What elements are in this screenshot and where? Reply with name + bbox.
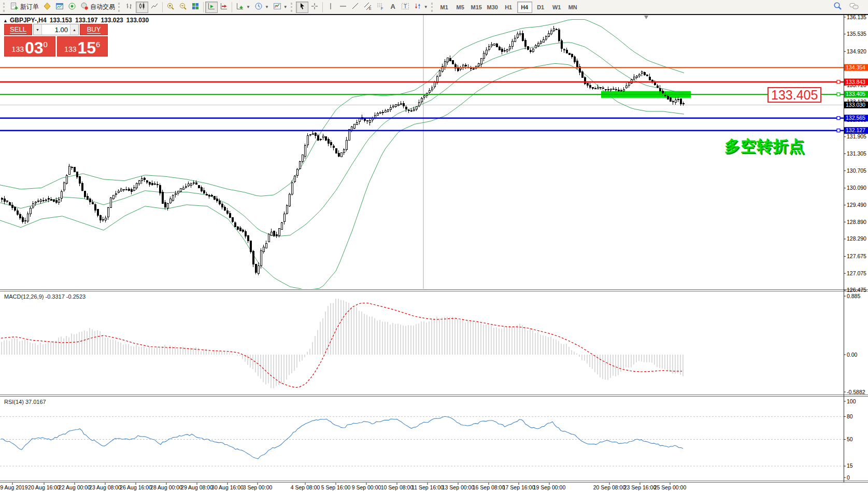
cursor-icon [298, 2, 306, 12]
autoscroll-button[interactable] [205, 2, 218, 13]
zoom-in-button[interactable] [164, 2, 177, 13]
sell-button[interactable]: SELL [4, 24, 32, 35]
timeframe-d1[interactable]: D1 [533, 2, 548, 13]
market-button[interactable] [41, 2, 53, 13]
svg-text:135.535: 135.535 [847, 31, 866, 37]
search-icon[interactable] [833, 2, 842, 12]
svg-text:130.705: 130.705 [847, 167, 866, 174]
svg-text:132.127: 132.127 [846, 127, 865, 133]
signals-button[interactable] [66, 2, 78, 13]
svg-text:0: 0 [847, 474, 850, 481]
price-axis[interactable]: 136.135135.535134.920134.335133.720133.1… [844, 15, 868, 293]
zoom-in-icon [166, 2, 175, 12]
new-chart-button[interactable] [53, 2, 66, 13]
chart-shift-button[interactable] [218, 2, 230, 13]
timeframe-group: M1M5M15M30H1H4D1W1MN [436, 2, 581, 13]
svg-text:23 Sep 16:00: 23 Sep 16:00 [624, 484, 657, 490]
horizontal-line-icon [339, 2, 347, 12]
chart-canvas[interactable]: 136.135135.535134.920134.335133.720133.1… [0, 15, 868, 491]
dropdown-caret-icon: ▼ [246, 5, 250, 9]
periods-button[interactable]: ▼ [252, 2, 271, 13]
timeframe-w1[interactable]: W1 [549, 2, 564, 13]
zoom-out-button[interactable] [177, 2, 189, 13]
new-chart-icon [55, 2, 64, 12]
text-tool-button[interactable]: A [387, 2, 399, 13]
rsi-indicator-label: RSI(14) 37.0167 [4, 399, 46, 405]
tile-windows-button[interactable] [189, 2, 202, 13]
svg-text:3 Sep 00:00: 3 Sep 00:00 [243, 484, 273, 490]
chat-icon[interactable] [849, 2, 860, 12]
chart-window[interactable]: 136.135135.535134.920134.335133.720133.1… [0, 15, 868, 491]
line-handle-icon[interactable] [837, 117, 840, 120]
candlestick-series[interactable] [1, 26, 684, 275]
line-handle-icon[interactable] [837, 80, 840, 83]
volume-spinner: ▼ ▲ [33, 24, 79, 35]
sell-price-tile[interactable]: 133030 [4, 36, 55, 57]
svg-text:F: F [381, 7, 383, 10]
arrows-tool-button[interactable]: ▼ [411, 2, 430, 13]
fibonacci-tool-button[interactable]: F [374, 2, 387, 13]
macd-indicator-label: MACD(12,26,9) -0.3317 -0.2523 [4, 293, 86, 300]
volume-input[interactable] [42, 24, 70, 35]
bar-chart-button[interactable] [123, 2, 136, 13]
volume-decrease-button[interactable]: ▼ [34, 24, 42, 35]
price-axis-label: 133.030 [844, 102, 868, 108]
autotrading-button[interactable]: 自动交易 [78, 2, 117, 13]
horizontal-line-tool-button[interactable] [337, 2, 349, 13]
new-order-button[interactable]: 新订单 [8, 2, 41, 13]
candlestick-chart-button[interactable] [136, 2, 148, 13]
templates-button[interactable]: ▼ [271, 2, 290, 13]
indicators-icon [236, 2, 244, 12]
svg-text:-0.5882: -0.5882 [847, 389, 865, 395]
timeframe-m30[interactable]: M30 [485, 2, 500, 13]
chart-shift-marker-icon[interactable] [644, 16, 648, 19]
turning-point-annotation[interactable]: 多空转折点 [724, 136, 805, 157]
channel-tool-button[interactable]: E [362, 2, 374, 13]
price-axis-label: 134.354 [844, 64, 868, 71]
volume-increase-button[interactable]: ▲ [70, 24, 78, 35]
time-axis[interactable]: 19 Aug 201920 Aug 16:0022 Aug 00:0023 Au… [0, 483, 686, 490]
crosshair-tool-button[interactable] [308, 2, 321, 13]
macd-axis[interactable]: 0.8850.00-0.5882 [844, 293, 865, 395]
svg-text:133.843: 133.843 [846, 79, 865, 85]
sell-price-pips: 03 [25, 40, 44, 55]
indicators-button[interactable]: ▼ [234, 2, 252, 13]
svg-text:129.490: 129.490 [847, 202, 866, 208]
trendline-tool-button[interactable] [349, 2, 362, 13]
line-chart-button[interactable] [148, 2, 161, 13]
text-label-tool-button[interactable]: T [399, 2, 411, 13]
timeframe-m1[interactable]: M1 [437, 2, 452, 13]
bollinger-lower-band [0, 63, 684, 289]
line-handle-icon[interactable] [837, 129, 840, 132]
symbol-period-label: GBPJPY-,H4 [10, 17, 47, 24]
svg-text:134.354: 134.354 [846, 64, 865, 71]
timeframe-m5[interactable]: M5 [453, 2, 468, 13]
svg-text:131.305: 131.305 [847, 150, 866, 157]
buy-price-tile[interactable]: 133156 [57, 36, 108, 57]
main-price-pane[interactable] [0, 15, 844, 289]
rsi-pane[interactable] [0, 416, 844, 466]
timeframe-h1[interactable]: H1 [501, 2, 516, 13]
vertical-line-icon [326, 2, 335, 12]
sell-price-point: 0 [44, 40, 48, 49]
rsi-axis[interactable]: 1008050150 [844, 398, 856, 481]
svg-text:20 Aug 16:00: 20 Aug 16:00 [28, 484, 60, 490]
price-callout[interactable]: 133.405 [767, 87, 821, 103]
line-chart-icon [150, 2, 159, 12]
line-handle-icon[interactable] [837, 93, 840, 96]
timeframe-mn[interactable]: MN [565, 2, 580, 13]
macd-pane[interactable] [1, 299, 683, 388]
timeframe-h4[interactable]: H4 [517, 2, 532, 13]
dropdown-caret-icon: ▼ [283, 5, 288, 9]
svg-text:23 Aug 08:00: 23 Aug 08:00 [89, 484, 121, 490]
panel-collapse-icon[interactable]: ▲ [3, 18, 8, 23]
timeframe-m15[interactable]: M15 [469, 2, 484, 13]
buy-button[interactable]: BUY [80, 24, 108, 35]
svg-text:15: 15 [847, 462, 853, 469]
low-value: 133.023 [101, 17, 123, 24]
cursor-tool-button[interactable] [296, 2, 308, 13]
fibonacci-icon: F [376, 2, 385, 12]
svg-text:127.075: 127.075 [847, 270, 866, 276]
rsi-line [1, 416, 683, 459]
vertical-line-tool-button[interactable] [324, 2, 337, 13]
